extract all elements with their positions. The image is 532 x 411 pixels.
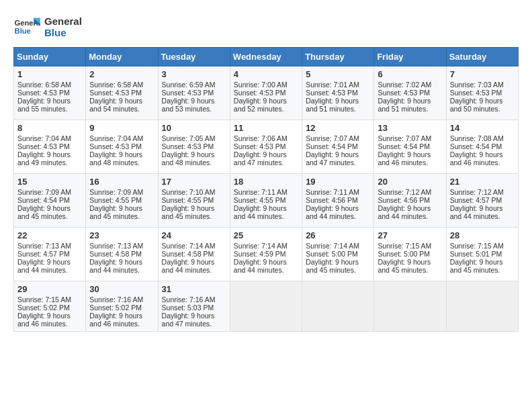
sunset-label: Sunset: 4:56 PM — [306, 196, 358, 204]
daylight-label: Daylight: 9 hours and 47 minutes. — [234, 150, 287, 167]
sunset-label: Sunset: 4:57 PM — [17, 250, 70, 258]
daylight-label: Daylight: 9 hours and 45 minutes. — [89, 204, 142, 220]
column-header-monday: Monday — [86, 48, 158, 66]
day-number: 5 — [306, 69, 370, 79]
day-number: 3 — [162, 69, 226, 79]
day-cell-25: 25Sunrise: 7:14 AMSunset: 4:59 PMDayligh… — [230, 228, 302, 281]
sunrise-label: Sunrise: 7:03 AM — [450, 81, 504, 89]
day-cell-6: 6Sunrise: 7:02 AMSunset: 4:53 PMDaylight… — [374, 66, 446, 120]
day-cell-8: 8Sunrise: 7:04 AMSunset: 4:53 PMDaylight… — [14, 120, 86, 174]
daylight-label: Daylight: 9 hours and 46 minutes. — [450, 150, 503, 167]
sunset-label: Sunset: 4:53 PM — [162, 89, 214, 97]
sunrise-label: Sunrise: 7:16 AM — [162, 295, 216, 304]
sunset-label: Sunset: 4:53 PM — [450, 89, 502, 97]
day-number: 27 — [378, 230, 442, 240]
day-cell-18: 18Sunrise: 7:11 AMSunset: 4:55 PMDayligh… — [230, 174, 302, 228]
calendar-week-5: 29Sunrise: 7:15 AMSunset: 5:02 PMDayligh… — [14, 281, 519, 332]
day-cell-16: 16Sunrise: 7:09 AMSunset: 4:55 PMDayligh… — [86, 174, 158, 228]
column-header-tuesday: Tuesday — [158, 48, 230, 66]
column-header-saturday: Saturday — [446, 48, 518, 66]
day-cell-14: 14Sunrise: 7:08 AMSunset: 4:54 PMDayligh… — [446, 120, 518, 174]
sunset-label: Sunset: 4:55 PM — [162, 196, 214, 204]
daylight-label: Daylight: 9 hours and 46 minutes. — [17, 312, 71, 328]
calendar-week-4: 22Sunrise: 7:13 AMSunset: 4:57 PMDayligh… — [14, 228, 519, 281]
sunset-label: Sunset: 4:53 PM — [234, 89, 286, 97]
sunrise-label: Sunrise: 7:12 AM — [378, 188, 431, 196]
daylight-label: Daylight: 9 hours and 45 minutes. — [17, 204, 71, 220]
day-cell-22: 22Sunrise: 7:13 AMSunset: 4:57 PMDayligh… — [14, 228, 86, 281]
day-number: 19 — [306, 177, 370, 187]
sunset-label: Sunset: 4:56 PM — [378, 196, 430, 204]
sunrise-label: Sunrise: 7:01 AM — [306, 81, 359, 89]
svg-text:Blue: Blue — [15, 27, 31, 35]
sunset-label: Sunset: 4:53 PM — [306, 89, 358, 97]
day-number: 2 — [89, 69, 154, 79]
day-number: 1 — [17, 69, 82, 79]
day-number: 14 — [450, 123, 515, 133]
column-header-thursday: Thursday — [302, 48, 374, 66]
day-number: 8 — [17, 123, 82, 133]
day-number: 12 — [306, 123, 370, 133]
day-cell-15: 15Sunrise: 7:09 AMSunset: 4:54 PMDayligh… — [14, 174, 86, 228]
sunset-label: Sunset: 4:53 PM — [17, 142, 70, 150]
day-number: 16 — [89, 177, 154, 187]
calendar-week-2: 8Sunrise: 7:04 AMSunset: 4:53 PMDaylight… — [14, 120, 519, 174]
daylight-label: Daylight: 9 hours and 54 minutes. — [89, 97, 142, 113]
logo-general: General — [44, 15, 82, 27]
calendar-week-1: 1Sunrise: 6:58 AMSunset: 4:53 PMDaylight… — [14, 66, 519, 120]
daylight-label: Daylight: 9 hours and 47 minutes. — [306, 150, 359, 167]
sunset-label: Sunset: 4:54 PM — [306, 142, 358, 150]
day-number: 13 — [378, 123, 442, 133]
column-header-friday: Friday — [374, 48, 446, 66]
daylight-label: Daylight: 9 hours and 53 minutes. — [162, 97, 215, 113]
sunrise-label: Sunrise: 7:07 AM — [378, 134, 431, 142]
sunrise-label: Sunrise: 7:15 AM — [450, 242, 504, 250]
sunrise-label: Sunrise: 7:14 AM — [306, 242, 359, 250]
sunrise-label: Sunrise: 7:14 AM — [234, 242, 287, 250]
column-header-wednesday: Wednesday — [230, 48, 302, 66]
empty-cell — [374, 281, 446, 332]
day-cell-11: 11Sunrise: 7:06 AMSunset: 4:53 PMDayligh… — [230, 120, 302, 174]
day-cell-19: 19Sunrise: 7:11 AMSunset: 4:56 PMDayligh… — [302, 174, 374, 228]
sunset-label: Sunset: 5:03 PM — [162, 304, 214, 312]
daylight-label: Daylight: 9 hours and 44 minutes. — [17, 258, 71, 274]
day-cell-29: 29Sunrise: 7:15 AMSunset: 5:02 PMDayligh… — [14, 281, 86, 332]
daylight-label: Daylight: 9 hours and 48 minutes. — [162, 150, 215, 167]
daylight-label: Daylight: 9 hours and 44 minutes. — [306, 204, 359, 220]
day-cell-10: 10Sunrise: 7:05 AMSunset: 4:53 PMDayligh… — [158, 120, 230, 174]
daylight-label: Daylight: 9 hours and 52 minutes. — [234, 97, 287, 113]
sunrise-label: Sunrise: 7:13 AM — [89, 242, 143, 250]
day-cell-5: 5Sunrise: 7:01 AMSunset: 4:53 PMDaylight… — [302, 66, 374, 120]
sunrise-label: Sunrise: 7:13 AM — [17, 242, 71, 250]
sunrise-label: Sunrise: 7:09 AM — [89, 188, 143, 196]
sunrise-label: Sunrise: 7:11 AM — [234, 188, 287, 196]
day-cell-28: 28Sunrise: 7:15 AMSunset: 5:01 PMDayligh… — [446, 228, 518, 281]
sunset-label: Sunset: 4:53 PM — [162, 142, 214, 150]
sunrise-label: Sunrise: 7:15 AM — [17, 295, 71, 304]
day-cell-30: 30Sunrise: 7:16 AMSunset: 5:02 PMDayligh… — [86, 281, 158, 332]
sunrise-label: Sunrise: 7:15 AM — [378, 242, 431, 250]
calendar-header-row: SundayMondayTuesdayWednesdayThursdayFrid… — [14, 48, 519, 66]
sunset-label: Sunset: 4:58 PM — [89, 250, 142, 258]
day-number: 29 — [17, 284, 82, 294]
daylight-label: Daylight: 9 hours and 44 minutes. — [234, 258, 287, 274]
day-cell-2: 2Sunrise: 6:58 AMSunset: 4:53 PMDaylight… — [86, 66, 158, 120]
day-cell-1: 1Sunrise: 6:58 AMSunset: 4:53 PMDaylight… — [14, 66, 86, 120]
day-cell-26: 26Sunrise: 7:14 AMSunset: 5:00 PMDayligh… — [302, 228, 374, 281]
daylight-label: Daylight: 9 hours and 44 minutes. — [234, 204, 287, 220]
daylight-label: Daylight: 9 hours and 44 minutes. — [450, 204, 503, 220]
day-cell-17: 17Sunrise: 7:10 AMSunset: 4:55 PMDayligh… — [158, 174, 230, 228]
day-number: 20 — [378, 177, 442, 187]
day-cell-3: 3Sunrise: 6:59 AMSunset: 4:53 PMDaylight… — [158, 66, 230, 120]
sunrise-label: Sunrise: 6:58 AM — [17, 81, 71, 89]
sunrise-label: Sunrise: 7:02 AM — [378, 81, 431, 89]
daylight-label: Daylight: 9 hours and 48 minutes. — [89, 150, 142, 167]
daylight-label: Daylight: 9 hours and 55 minutes. — [17, 97, 71, 113]
sunset-label: Sunset: 5:00 PM — [306, 250, 358, 258]
daylight-label: Daylight: 9 hours and 45 minutes. — [378, 258, 431, 274]
sunset-label: Sunset: 4:55 PM — [89, 196, 142, 204]
day-number: 28 — [450, 230, 515, 240]
daylight-label: Daylight: 9 hours and 45 minutes. — [162, 204, 215, 220]
daylight-label: Daylight: 9 hours and 45 minutes. — [306, 258, 359, 274]
sunset-label: Sunset: 4:58 PM — [162, 250, 214, 258]
